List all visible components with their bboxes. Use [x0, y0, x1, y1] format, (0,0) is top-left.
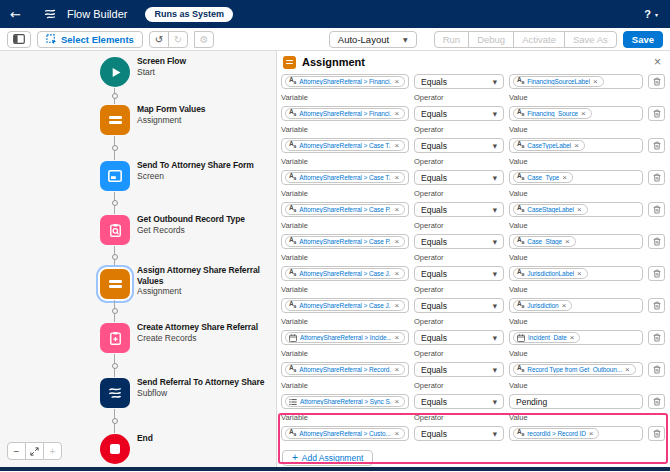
- operator-select[interactable]: Equals▼: [414, 170, 504, 185]
- save-button[interactable]: Save: [623, 31, 663, 48]
- value-input[interactable]: AaCase_Type×: [509, 170, 643, 185]
- value-input[interactable]: AaJurisdictionLabel×: [509, 266, 643, 281]
- value-pill[interactable]: AaFinancing_Source×: [513, 108, 592, 119]
- remove-pill-icon[interactable]: ×: [394, 142, 399, 150]
- variable-pill[interactable]: AaAttorneyShareReferral > Financi...×: [285, 76, 405, 87]
- value-input[interactable]: AaFinancing_Source×: [509, 106, 643, 121]
- variable-pill[interactable]: AaAttorneyShareReferral > Custo...×: [285, 428, 405, 439]
- settings-gear-button[interactable]: ⚙: [194, 31, 214, 48]
- remove-pill-icon[interactable]: ×: [394, 174, 399, 182]
- variable-input[interactable]: AaAttorneyShareReferral > Case P...×: [281, 234, 409, 249]
- value-input[interactable]: AaCaseTypeLabel×: [509, 138, 643, 153]
- remove-pill-icon[interactable]: ×: [394, 398, 399, 406]
- auto-layout-select[interactable]: Auto-Layout ▼: [329, 31, 417, 48]
- remove-pill-icon[interactable]: ×: [577, 206, 582, 214]
- create-records-node-icon[interactable]: [100, 323, 130, 353]
- add-element-node[interactable]: [112, 254, 118, 260]
- remove-pill-icon[interactable]: ×: [394, 302, 399, 310]
- remove-pill-icon[interactable]: ×: [577, 270, 582, 278]
- value-input[interactable]: AaCase_Stage×: [509, 234, 643, 249]
- zoom-in-button[interactable]: +: [43, 442, 62, 460]
- subflow-node-icon[interactable]: [100, 378, 130, 408]
- remove-pill-icon[interactable]: ×: [565, 238, 570, 246]
- add-element-node[interactable]: [112, 308, 118, 314]
- add-assignment-button[interactable]: +Add Assignment: [282, 450, 373, 466]
- variable-pill[interactable]: AaAttorneyShareReferral > Case T...×: [285, 172, 405, 183]
- value-input[interactable]: Pending: [509, 394, 643, 409]
- variable-pill[interactable]: AaAttorneyShareReferral > Case P...×: [285, 236, 405, 247]
- delete-assignment-button[interactable]: [648, 266, 665, 281]
- delete-assignment-button[interactable]: [648, 74, 665, 89]
- operator-select[interactable]: Equals▼: [414, 426, 504, 441]
- flow-canvas[interactable]: Screen Flow Start Map Form Values Assign…: [0, 51, 277, 467]
- value-input[interactable]: AarecordId > Record ID×: [509, 426, 643, 441]
- assignment-node-icon[interactable]: [100, 105, 130, 135]
- value-pill[interactable]: AaCaseTypeLabel×: [513, 140, 585, 151]
- select-elements-button[interactable]: Select Elements: [37, 31, 143, 48]
- redo-button[interactable]: ↻: [168, 31, 188, 48]
- remove-pill-icon[interactable]: ×: [581, 110, 586, 118]
- add-element-node[interactable]: [112, 145, 118, 151]
- add-element-node[interactable]: [112, 418, 118, 424]
- variable-pill[interactable]: AaAttorneyShareReferral > Record...×: [285, 364, 405, 375]
- operator-select[interactable]: Equals▼: [414, 74, 504, 89]
- remove-pill-icon[interactable]: ×: [394, 366, 399, 374]
- delete-assignment-button[interactable]: [648, 234, 665, 249]
- screen-node-icon[interactable]: [100, 161, 130, 191]
- run-button[interactable]: Run: [434, 31, 469, 48]
- delete-assignment-button[interactable]: [648, 330, 665, 345]
- operator-select[interactable]: Equals▼: [414, 330, 504, 345]
- variable-input[interactable]: AttorneyShareReferral > Sync S...×: [281, 394, 409, 409]
- variable-input[interactable]: AaAttorneyShareReferral > Custo...×: [281, 426, 409, 441]
- save-as-button[interactable]: Save As: [564, 31, 617, 48]
- variable-pill[interactable]: AttorneyShareReferral > Sync S...×: [285, 396, 405, 407]
- variable-input[interactable]: AaAttorneyShareReferral > Record...×: [281, 362, 409, 377]
- remove-pill-icon[interactable]: ×: [394, 206, 399, 214]
- remove-pill-icon[interactable]: ×: [574, 142, 579, 150]
- operator-select[interactable]: Equals▼: [414, 298, 504, 313]
- variable-pill[interactable]: AaAttorneyShareReferral > Financi...×: [285, 108, 405, 119]
- operator-select[interactable]: Equals▼: [414, 266, 504, 281]
- remove-pill-icon[interactable]: ×: [394, 110, 399, 118]
- remove-pill-icon[interactable]: ×: [570, 334, 575, 342]
- close-panel-icon[interactable]: ×: [654, 56, 661, 68]
- value-pill[interactable]: AaCaseStageLabel×: [513, 204, 588, 215]
- assignment-node-icon[interactable]: [100, 269, 130, 299]
- value-pill[interactable]: AarecordId > Record ID×: [513, 428, 599, 439]
- operator-select[interactable]: Equals▼: [414, 362, 504, 377]
- start-node-icon[interactable]: [100, 57, 130, 87]
- add-element-node[interactable]: [112, 363, 118, 369]
- operator-select[interactable]: Equals▼: [414, 234, 504, 249]
- back-arrow-icon[interactable]: ←: [10, 7, 21, 22]
- get-records-node-icon[interactable]: [100, 215, 130, 245]
- variable-input[interactable]: AaAttorneyShareReferral > Case J...×: [281, 266, 409, 281]
- delete-assignment-button[interactable]: [648, 298, 665, 313]
- add-element-node[interactable]: [112, 200, 118, 206]
- remove-pill-icon[interactable]: ×: [394, 334, 399, 342]
- delete-assignment-button[interactable]: [648, 106, 665, 121]
- delete-assignment-button[interactable]: [648, 394, 665, 409]
- variable-input[interactable]: AaAttorneyShareReferral > Financi...×: [281, 106, 409, 121]
- variable-input[interactable]: AaAttorneyShareReferral > Case T...×: [281, 170, 409, 185]
- value-pill[interactable]: AaFinancingSourceLabel×: [513, 76, 604, 87]
- variable-pill[interactable]: AaAttorneyShareReferral > Case T...×: [285, 140, 405, 151]
- operator-select[interactable]: Equals▼: [414, 202, 504, 217]
- delete-assignment-button[interactable]: [648, 170, 665, 185]
- delete-assignment-button[interactable]: [648, 362, 665, 377]
- remove-pill-icon[interactable]: ×: [589, 430, 594, 438]
- end-node-icon[interactable]: [100, 434, 130, 464]
- value-input[interactable]: Incident_Date×: [509, 330, 643, 345]
- value-pill[interactable]: Incident_Date×: [513, 332, 580, 343]
- chevron-down-icon[interactable]: ▾: [655, 11, 658, 18]
- value-pill[interactable]: AaCase_Type×: [513, 172, 573, 183]
- variable-input[interactable]: AaAttorneyShareReferral > Case P...×: [281, 202, 409, 217]
- remove-pill-icon[interactable]: ×: [562, 174, 567, 182]
- value-input[interactable]: AaFinancingSourceLabel×: [509, 74, 643, 89]
- remove-pill-icon[interactable]: ×: [394, 430, 399, 438]
- delete-assignment-button[interactable]: [648, 202, 665, 217]
- add-element-node[interactable]: [112, 93, 118, 99]
- variable-pill[interactable]: AaAttorneyShareReferral > Case J...×: [285, 268, 405, 279]
- operator-select[interactable]: Equals▼: [414, 138, 504, 153]
- operator-select[interactable]: Equals▼: [414, 106, 504, 121]
- value-input[interactable]: AaJurisdiction×: [509, 298, 643, 313]
